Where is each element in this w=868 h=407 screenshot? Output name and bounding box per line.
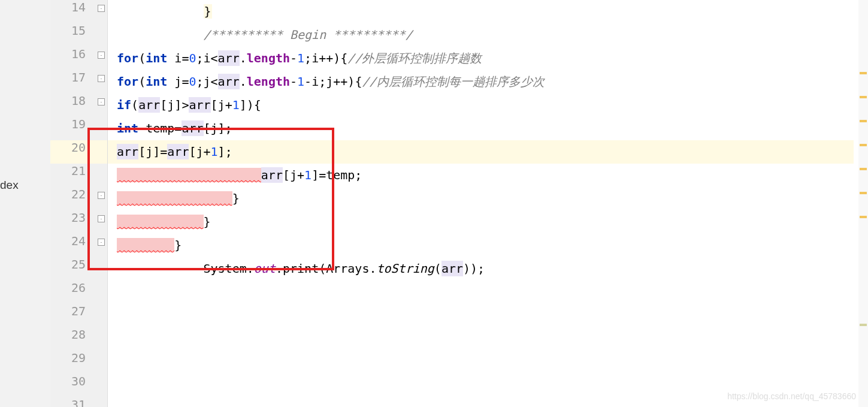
line-num-18: 18 xyxy=(62,94,86,108)
marker-warning[interactable] xyxy=(860,72,867,74)
fold-icon[interactable]: - xyxy=(98,5,105,12)
line-num-31: 31 xyxy=(62,397,86,407)
line-num-30: 30 xyxy=(62,374,86,388)
gutter[interactable]: 14 15 16 17 18 19 20 21 22 23 24 25 26 2… xyxy=(50,0,108,407)
fold-icon[interactable]: - xyxy=(98,52,105,59)
code-line-16: for(int i=0;i<arr.length-1;i++){//外层循环控制… xyxy=(117,47,482,70)
code-line-19: int temp=arr[j]; xyxy=(117,117,232,140)
fold-icon[interactable]: - xyxy=(98,215,105,222)
fold-icon[interactable]: - xyxy=(98,239,105,246)
editor-area[interactable]: } /********** Begin **********/ for(int … xyxy=(108,0,854,407)
marker-warning[interactable] xyxy=(860,216,867,218)
code-line-18: if(arr[j]>arr[j+1]){ xyxy=(117,94,261,117)
marker-warning[interactable] xyxy=(860,96,867,98)
marker-info[interactable] xyxy=(860,324,867,326)
line-num-16: 16 xyxy=(62,47,86,61)
line-num-29: 29 xyxy=(62,351,86,365)
code-line-23: } xyxy=(117,210,211,234)
project-panel: dex xyxy=(0,0,50,407)
marker-warning[interactable] xyxy=(860,168,867,170)
line-num-25: 25 xyxy=(62,257,86,272)
line-num-28: 28 xyxy=(62,327,86,342)
line-num-20: 20 xyxy=(62,140,86,155)
code-line-22: } xyxy=(117,187,240,210)
code-line-15: /********** Begin **********/ xyxy=(117,23,413,47)
line-num-14: 14 xyxy=(62,0,86,14)
line-num-19: 19 xyxy=(62,117,86,131)
line-num-17: 17 xyxy=(62,70,86,85)
line-num-21: 21 xyxy=(62,164,86,178)
code-line-14: } xyxy=(117,0,212,23)
line-num-23: 23 xyxy=(62,210,86,225)
code-line-21: arr[j+1]=temp; xyxy=(117,164,362,187)
fold-icon[interactable]: - xyxy=(98,192,105,199)
marker-warning[interactable] xyxy=(860,120,867,122)
code-line-17: for(int j=0;j<arr.length-1-i;j++){//内层循环… xyxy=(117,70,545,94)
code-line-25: System.out.print(Arrays.toString(arr)); xyxy=(117,257,485,281)
line-num-27: 27 xyxy=(62,304,86,318)
marker-warning[interactable] xyxy=(860,144,867,146)
marker-strip[interactable] xyxy=(858,0,868,407)
fold-icon[interactable]: - xyxy=(98,98,105,105)
code-line-24: } xyxy=(117,234,182,257)
line-num-15: 15 xyxy=(62,23,86,38)
line-num-26: 26 xyxy=(62,281,86,295)
line-num-22: 22 xyxy=(62,187,86,201)
marker-warning[interactable] xyxy=(860,192,867,194)
watermark: https://blog.csdn.net/qq_45783660 xyxy=(727,391,856,401)
line-num-24: 24 xyxy=(62,234,86,248)
panel-text: dex xyxy=(0,179,19,192)
fold-icon[interactable]: - xyxy=(98,75,105,82)
code-line-20: arr[j]=arr[j+1]; xyxy=(117,140,232,164)
